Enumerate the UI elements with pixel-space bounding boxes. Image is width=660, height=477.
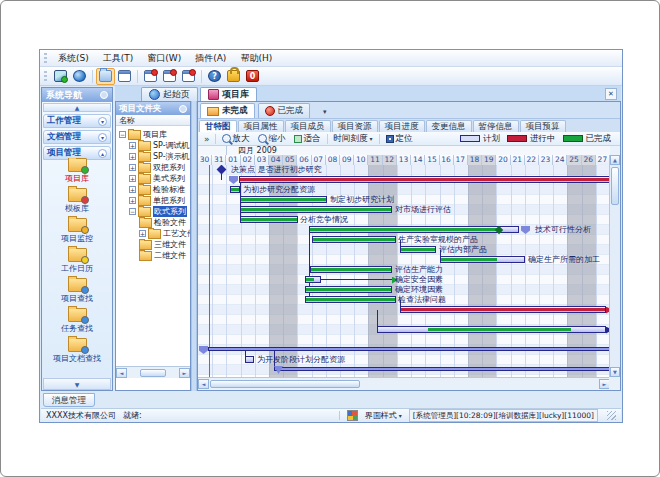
gantt-task-bar[interactable] <box>305 276 321 283</box>
tree-node[interactable]: +SP-调试机系 <box>129 140 191 151</box>
sidebar-item-5[interactable]: 任务查找 <box>43 308 111 333</box>
tree-node[interactable]: −项目库 <box>119 129 167 140</box>
chevron-down-icon[interactable]: ▾ <box>98 133 107 142</box>
expand-icon[interactable]: + <box>129 153 136 160</box>
fit-button[interactable]: 适合 <box>290 133 325 145</box>
scrollbar-thumb[interactable] <box>140 369 166 377</box>
gantt-task-bar[interactable] <box>245 356 254 363</box>
gantt-task-bar[interactable] <box>400 306 606 313</box>
view-tab-0[interactable]: 甘特图 <box>199 120 237 132</box>
doc-tab-0[interactable]: 起始页 <box>141 87 198 101</box>
tree-node[interactable]: +工艺文件 <box>139 228 191 239</box>
menu-item-4[interactable]: 帮助(H) <box>233 51 279 66</box>
collapse-icon[interactable]: − <box>119 131 126 138</box>
message-management-tab[interactable]: 消息管理 <box>43 393 95 407</box>
resize-grip[interactable] <box>607 411 616 420</box>
chevron-down-icon[interactable]: ▾ <box>98 117 107 126</box>
tree-node[interactable]: +SP-演示机系 <box>129 151 191 162</box>
toolbar-grip[interactable] <box>44 53 47 64</box>
toolbar-overflow-icon[interactable]: » <box>201 134 213 144</box>
gantt-task-bar[interactable] <box>239 176 610 183</box>
gantt-horizontal-scrollbar[interactable]: ◄ ► <box>198 377 610 389</box>
sidebar-item-3[interactable]: 工作日历 <box>43 248 111 273</box>
globe-button[interactable] <box>70 68 89 85</box>
view-tab-1[interactable]: 项目属性 <box>238 120 284 132</box>
scroll-up-icon[interactable]: ▲ <box>610 155 620 165</box>
gantt-task-bar[interactable] <box>309 226 519 233</box>
tree-horizontal-scrollbar[interactable]: ◄ ► <box>116 366 190 378</box>
tree-node[interactable]: +双把系列 <box>129 162 185 173</box>
gantt-task-bar[interactable] <box>377 326 606 333</box>
tree-node[interactable]: 检验文件 <box>139 217 186 228</box>
scroll-down-icon[interactable]: ▼ <box>610 367 620 377</box>
gantt-task-bar[interactable] <box>230 186 240 193</box>
tree-node[interactable]: +单把系列 <box>129 195 185 206</box>
expand-icon[interactable]: + <box>129 164 136 171</box>
gantt-task-bar[interactable] <box>312 236 396 243</box>
scroll-left-icon[interactable]: ◄ <box>116 368 127 378</box>
view-tab-7[interactable]: 项目预算 <box>520 120 566 132</box>
gantt-task-bar[interactable] <box>310 266 392 273</box>
sidebar-item-4[interactable]: 项目查找 <box>43 278 111 303</box>
gantt-summary-bar[interactable] <box>274 367 610 371</box>
folder-button[interactable] <box>96 68 115 85</box>
scroll-left-icon[interactable]: ◄ <box>198 379 209 389</box>
view-tab-3[interactable]: 项目资源 <box>332 120 378 132</box>
view-tab-4[interactable]: 项目进度 <box>379 120 425 132</box>
menu-item-3[interactable]: 插件(A) <box>188 51 233 66</box>
tree-node[interactable]: +美式系列 <box>129 173 185 184</box>
scroll-right-icon[interactable]: ► <box>179 368 190 378</box>
menu-item-0[interactable]: 系统(S) <box>51 51 96 66</box>
report-view-button[interactable] <box>179 68 198 85</box>
zoom-in-button[interactable]: 放大 <box>218 133 254 145</box>
sidebar-scroll-down[interactable]: ▼ <box>43 378 111 390</box>
gantt-task-bar[interactable] <box>400 246 436 253</box>
sidebar-item-2[interactable]: 项目监控 <box>43 218 111 243</box>
sidebar-item-1[interactable]: 模板库 <box>43 188 111 213</box>
pin-icon[interactable] <box>100 91 108 99</box>
view-tab-6[interactable]: 暂停信息 <box>473 120 519 132</box>
sidebar-item-6[interactable]: 项目文档查找 <box>43 338 111 363</box>
tree-node[interactable]: 三维文件 <box>139 239 186 250</box>
tree-node[interactable]: 二维文件 <box>139 250 186 261</box>
gantt-task-bar[interactable] <box>240 206 392 213</box>
gantt-vertical-scrollbar[interactable]: ▲ ▼ <box>609 155 620 377</box>
tree-column-header[interactable]: 名称 <box>116 115 190 126</box>
filter-tab-1[interactable]: 已完成 <box>258 103 311 118</box>
report-new-button[interactable] <box>141 68 160 85</box>
locate-button[interactable]: 定位 <box>382 133 417 145</box>
expand-icon[interactable]: + <box>129 175 136 182</box>
sidebar-group-0[interactable]: 工作管理▾ <box>43 114 111 128</box>
scrollbar-thumb[interactable] <box>210 380 360 388</box>
tree-node[interactable]: +检验标准 <box>129 184 185 195</box>
view-tab-2[interactable]: 项目成员 <box>285 120 331 132</box>
gantt-task-bar[interactable] <box>305 286 392 293</box>
computer-button[interactable] <box>51 68 70 85</box>
gantt-task-bar[interactable] <box>305 296 396 303</box>
more-tabs-icon[interactable]: ▾ <box>323 108 327 118</box>
help-button[interactable]: ? <box>205 68 224 85</box>
lock-button[interactable] <box>224 68 243 85</box>
zoom-out-button[interactable]: 缩小 <box>254 133 290 145</box>
close-icon[interactable]: ✕ <box>605 88 617 100</box>
sidebar-group-1[interactable]: 文档管理▾ <box>43 130 111 144</box>
pin-icon[interactable] <box>179 105 187 113</box>
expand-icon[interactable]: + <box>129 142 136 149</box>
filter-tab-0[interactable]: 未完成 <box>200 103 255 118</box>
expand-icon[interactable]: + <box>129 197 136 204</box>
doc-tab-1[interactable]: 项目库 <box>200 87 257 101</box>
gantt-task-bar[interactable] <box>240 216 298 223</box>
report-send-button[interactable] <box>160 68 179 85</box>
scrollbar-thumb[interactable] <box>611 167 619 205</box>
gantt-summary-bar[interactable] <box>208 347 610 351</box>
menu-item-2[interactable]: 窗口(W) <box>140 51 188 66</box>
sidebar-item-0[interactable]: 项目库 <box>43 158 111 183</box>
sidebar-scroll-up[interactable]: ▲ <box>43 103 111 112</box>
window-button[interactable] <box>115 68 134 85</box>
menu-item-1[interactable]: 工具(T) <box>96 51 141 66</box>
toolbar-grip[interactable] <box>44 71 47 82</box>
expand-icon[interactable]: + <box>129 186 136 193</box>
gantt-task-bar[interactable] <box>440 256 525 263</box>
tree-node[interactable]: −欧式系列 <box>129 206 187 217</box>
gantt-task-bar[interactable] <box>240 196 327 203</box>
